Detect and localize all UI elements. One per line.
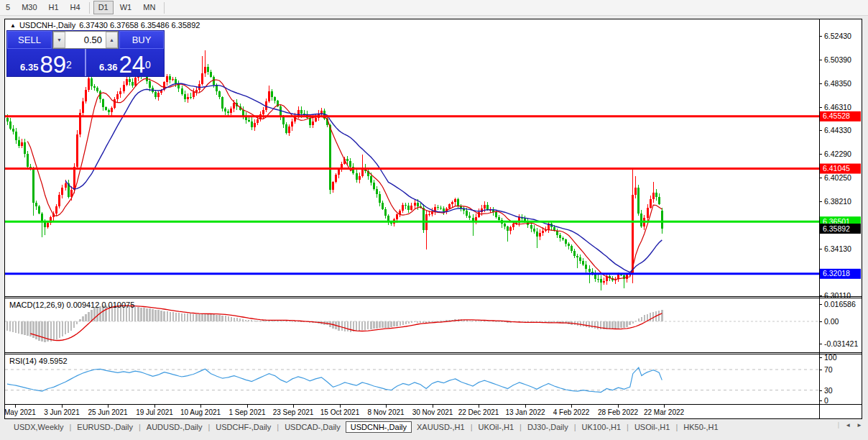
svg-text:6.41045: 6.41045 [823, 164, 850, 173]
svg-text:3 Jun 2021: 3 Jun 2021 [44, 408, 80, 416]
volume-stepper: ▼ 0.50 ▲ [52, 31, 119, 49]
timeframe-button-h4[interactable]: H4 [65, 1, 86, 14]
sell-button[interactable]: SELL [7, 31, 52, 49]
svg-text:6.45528: 6.45528 [823, 111, 850, 120]
tab-separator: | [627, 423, 629, 431]
svg-text:6.48350: 6.48350 [824, 79, 851, 88]
chart-tab-usdcad-daily[interactable]: USDCAD-,Daily [280, 422, 346, 432]
tab-scroll-right-icon[interactable]: ► [857, 422, 862, 428]
chart-tab-bar: USDX,Weekly|EURUSD-,Daily|AUDUSD-,Daily|… [0, 420, 868, 434]
tab-separator: | [277, 423, 279, 431]
tab-separator: | [69, 423, 71, 431]
svg-text:30: 30 [824, 386, 833, 395]
timeframe-button-d1[interactable]: D1 [93, 1, 114, 14]
svg-text:-0.031421: -0.031421 [824, 339, 858, 348]
svg-text:6.52430: 6.52430 [824, 32, 851, 40]
svg-text:6.30110: 6.30110 [824, 291, 851, 300]
svg-text:0.00: 0.00 [824, 317, 839, 326]
svg-text:0: 0 [824, 396, 828, 405]
chart-tab-ukoil-h1[interactable]: UKOil-,H1 [474, 422, 520, 432]
toolbar-separator [89, 2, 90, 14]
svg-text:4 Feb 2022: 4 Feb 2022 [553, 408, 590, 416]
tab-bar-divider: | [838, 421, 839, 428]
chart-tab-audusd-daily[interactable]: AUDUSD-,Daily [142, 422, 208, 432]
chart-title: ▲ USDCNH-,Daily 6.37430 6.37658 6.35486 … [10, 21, 200, 29]
svg-text:25 Jun 2021: 25 Jun 2021 [88, 408, 127, 416]
chart-symbol-label: USDCNH-,Daily [19, 21, 75, 29]
toolbar-separator [164, 2, 165, 14]
svg-text:22 Dec 2021: 22 Dec 2021 [458, 408, 499, 416]
timeframe-button-m30[interactable]: M30 [17, 1, 42, 14]
sell-price-sup: 2 [66, 54, 72, 75]
trading-platform-window: 5M30H1H4D1W1MN 6.524306.503906.483506.46… [0, 0, 868, 440]
tab-separator: | [574, 423, 576, 431]
chart-tab-uk100-h1[interactable]: UK100-,H1 [577, 422, 626, 432]
svg-text:6.44330: 6.44330 [824, 126, 851, 134]
chart-window[interactable]: 6.524306.503906.483506.463106.443306.422… [4, 19, 862, 419]
svg-text:28 Feb 2022: 28 Feb 2022 [598, 408, 639, 416]
svg-text:6.38210: 6.38210 [824, 197, 851, 206]
svg-text:6.32018: 6.32018 [823, 269, 850, 278]
tab-separator: | [471, 423, 473, 431]
chart-tab-usdcnh-daily[interactable]: USDCNH-,Daily [346, 421, 412, 433]
collapse-icon[interactable]: ▲ [10, 22, 16, 29]
chart-tab-usoil-h1[interactable]: USOil-,H1 [629, 422, 675, 432]
svg-text:1 Sep 2021: 1 Sep 2021 [228, 408, 266, 416]
chart-tab-hk50-h1[interactable]: HK50-,H1 [678, 422, 723, 432]
volume-value[interactable]: 0.50 [65, 32, 106, 48]
svg-text:6.50390: 6.50390 [824, 55, 851, 64]
svg-text:13 Jan 2022: 13 Jan 2022 [505, 408, 545, 416]
svg-text:6.46310: 6.46310 [824, 103, 851, 111]
tab-separator: | [139, 423, 141, 431]
svg-text:19 Jul 2021: 19 Jul 2021 [136, 408, 173, 416]
buy-price-big: 24 [119, 54, 145, 75]
svg-text:12 May 2021: 12 May 2021 [4, 408, 36, 416]
volume-increase-button[interactable]: ▲ [106, 32, 118, 48]
timeframe-toolbar: 5M30H1H4D1W1MN [0, 0, 868, 16]
svg-text:RSI(14) 49.5952: RSI(14) 49.5952 [9, 357, 68, 365]
svg-text:30 Nov 2021: 30 Nov 2021 [412, 408, 453, 416]
one-click-trade-panel: SELL ▼ 0.50 ▲ BUY 6.35 89 2 6.36 24 0 [7, 31, 164, 76]
svg-text:6.40250: 6.40250 [824, 173, 851, 182]
timeframe-button-5[interactable]: 5 [1, 1, 15, 14]
buy-price-sup: 0 [145, 54, 151, 75]
tab-scroll-controls: | ◄ ► [838, 421, 862, 428]
chart-tab-eurusd-daily[interactable]: EURUSD-,Daily [72, 422, 138, 432]
svg-text:22 Mar 2022: 22 Mar 2022 [644, 408, 685, 416]
svg-text:15 Oct 2021: 15 Oct 2021 [320, 408, 360, 416]
chart-tab-dj30-daily[interactable]: DJ30-,Daily [522, 422, 573, 432]
svg-text:100: 100 [824, 353, 837, 362]
timeframe-button-w1[interactable]: W1 [115, 1, 137, 14]
buy-price-display[interactable]: 6.36 24 0 [86, 49, 164, 76]
svg-text:10 Aug 2021: 10 Aug 2021 [180, 408, 221, 416]
svg-text:70: 70 [824, 365, 833, 374]
timeframe-button-mn[interactable]: MN [138, 1, 160, 14]
tab-separator: | [208, 423, 210, 431]
sell-price-display[interactable]: 6.35 89 2 [7, 49, 86, 76]
buy-price-small: 6.36 [99, 62, 117, 73]
svg-text:6.42290: 6.42290 [824, 150, 851, 158]
chart-tab-xauusd-h1[interactable]: XAUUSD-,H1 [412, 422, 470, 432]
svg-text:8 Nov 2021: 8 Nov 2021 [367, 408, 405, 416]
tab-separator: | [675, 423, 678, 431]
chart-tab-usdchf-daily[interactable]: USDCHF-,Daily [211, 422, 276, 432]
chart-ohlc-values: 6.37430 6.37658 6.35486 6.35892 [79, 21, 200, 29]
chart-tab-usdx-weekly[interactable]: USDX,Weekly [9, 422, 68, 432]
svg-text:6.35892: 6.35892 [823, 224, 850, 233]
buy-button[interactable]: BUY [119, 31, 164, 49]
volume-decrease-button[interactable]: ▼ [53, 32, 65, 48]
svg-text:0.016586: 0.016586 [824, 300, 856, 308]
sell-price-small: 6.35 [20, 62, 38, 73]
svg-text:23 Sep 2021: 23 Sep 2021 [273, 408, 314, 416]
timeframe-button-h1[interactable]: H1 [44, 1, 64, 14]
tab-separator: | [520, 423, 522, 431]
tab-scroll-left-icon[interactable]: ◄ [845, 422, 851, 428]
svg-text:6.34130: 6.34130 [824, 244, 851, 253]
price-chart-canvas[interactable]: 6.524306.503906.483506.463106.443306.422… [4, 19, 862, 419]
sell-price-big: 89 [40, 54, 66, 75]
svg-text:MACD(12,26,9) 0.009412 0.01007: MACD(12,26,9) 0.009412 0.010075 [9, 301, 134, 309]
